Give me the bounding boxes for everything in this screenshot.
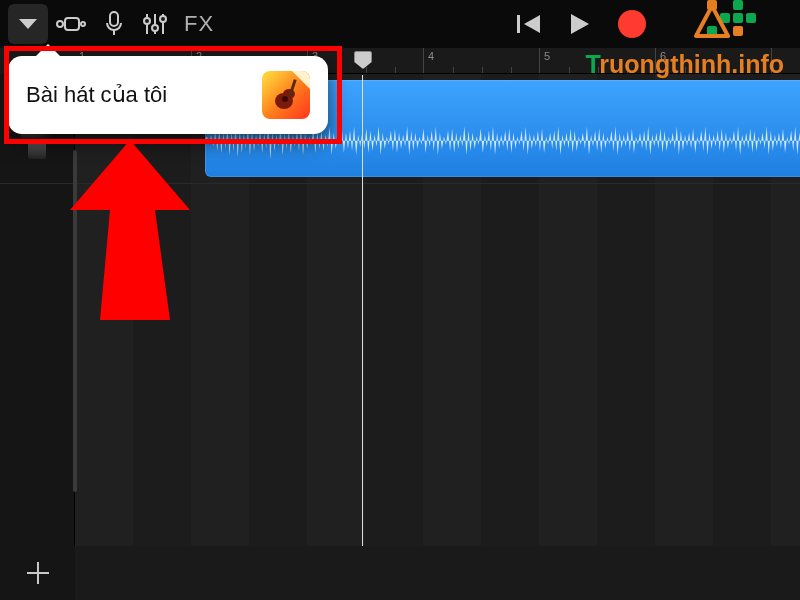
svg-point-10 (160, 16, 166, 22)
svg-point-8 (152, 25, 158, 31)
garageband-icon (262, 71, 310, 119)
ruler-mark: 4 (428, 50, 434, 62)
record-icon (618, 10, 646, 38)
track-view-icon (56, 14, 86, 34)
svg-rect-11 (517, 15, 520, 33)
volume-strip[interactable] (73, 150, 77, 492)
tracks-area: Bluegrass (0, 74, 800, 546)
play-button[interactable] (560, 4, 600, 44)
playhead[interactable] (362, 75, 363, 546)
record-button[interactable] (610, 4, 654, 44)
svg-rect-3 (110, 12, 118, 26)
microphone-icon (104, 11, 124, 37)
svg-rect-1 (65, 18, 79, 30)
triangle-logo-icon (692, 4, 732, 44)
menu-dropdown-button[interactable] (8, 4, 48, 44)
play-icon (569, 12, 591, 36)
sliders-icon (142, 12, 168, 36)
fx-label: FX (184, 11, 214, 37)
track-view-button[interactable] (48, 4, 94, 44)
fx-button[interactable]: FX (176, 4, 222, 44)
svg-point-0 (57, 21, 63, 27)
mixer-button[interactable] (134, 4, 176, 44)
rewind-button[interactable] (508, 4, 550, 44)
triangle-down-icon (17, 17, 39, 31)
brand-logo (662, 0, 792, 48)
track-lanes[interactable]: Bluegrass (75, 74, 800, 546)
svg-point-17 (282, 96, 288, 102)
ruler-mark: 5 (544, 50, 550, 62)
add-track-button[interactable] (0, 546, 75, 600)
rewind-icon (516, 13, 542, 35)
svg-point-6 (144, 18, 150, 24)
plus-icon (23, 558, 53, 588)
microphone-button[interactable] (94, 4, 134, 44)
my-songs-popover[interactable]: Bài hát của tôi (8, 56, 328, 134)
brand-text: Truongthinh.info (585, 50, 784, 79)
popover-title: Bài hát của tôi (26, 82, 167, 108)
top-toolbar: FX (0, 0, 800, 48)
track-headers (0, 74, 75, 546)
svg-point-2 (81, 22, 85, 26)
